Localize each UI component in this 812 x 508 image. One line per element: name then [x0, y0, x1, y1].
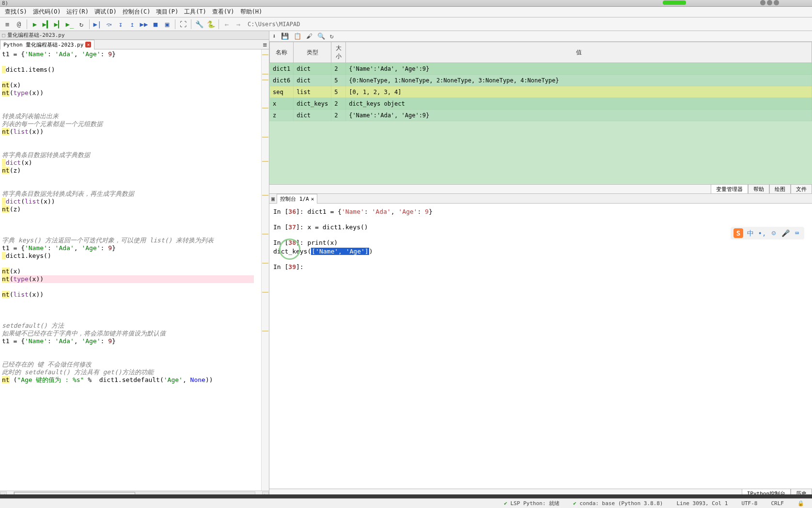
ime-voice-icon[interactable]: 🎤: [781, 229, 790, 238]
status-encoding[interactable]: UTF-8: [738, 500, 760, 507]
var-row[interactable]: xdict_keys2dict_keys object: [270, 98, 812, 110]
close-console-icon[interactable]: ✕: [311, 196, 314, 202]
tab-plots[interactable]: 绘图: [769, 184, 791, 193]
tab-help[interactable]: 帮助: [748, 184, 769, 193]
status-lock-icon[interactable]: 🔒: [795, 500, 807, 507]
separator: [191, 19, 191, 29]
status-conda[interactable]: ✔ conda: base (Python 3.8.8): [570, 500, 666, 507]
menu-debug[interactable]: 调试(D): [92, 7, 120, 17]
var-size: 2: [331, 98, 346, 110]
outline-icon[interactable]: ≡: [2, 19, 13, 30]
search-var-icon[interactable]: 🔍: [317, 32, 325, 40]
status-cursor: Line 3093, Col 1: [673, 500, 731, 507]
console-line-38: In [38]: print(x): [273, 238, 808, 247]
minimize-icon[interactable]: [760, 0, 765, 5]
separator: [219, 19, 219, 29]
ipython-console[interactable]: In [36]: dict1 = {'Name': 'Ada', 'Age': …: [269, 204, 812, 489]
right-pane: ⬇ 💾 📋 🖌 🔍 ↻ 名称 类型 大小 值 dict1dict2{'Name'…: [269, 31, 812, 498]
menu-help[interactable]: 帮助(H): [237, 7, 265, 17]
minimap[interactable]: [261, 49, 269, 491]
status-lsp[interactable]: ✔ LSP Python: 就绪: [501, 500, 562, 507]
debug-run-icon[interactable]: ▶|: [92, 19, 103, 30]
save-as-icon[interactable]: 📋: [294, 32, 301, 40]
var-header-value[interactable]: 值: [346, 42, 812, 63]
var-row[interactable]: seqlist5[0, 1, 2, 3, 4]: [270, 86, 812, 98]
run-icon[interactable]: ▶: [30, 19, 40, 30]
ime-lang-icon[interactable]: 中: [746, 229, 755, 238]
window-controls[interactable]: [760, 0, 779, 5]
step-into-icon[interactable]: ↧: [115, 19, 126, 30]
var-value: {'Name':'Ada', 'Age':9}: [346, 110, 812, 121]
status-bar: ✔ LSP Python: 就绪 ✔ conda: base (Python 3…: [0, 498, 812, 508]
editor-tab-active[interactable]: Python 量化编程基础-2023.py ✕: [0, 40, 94, 49]
menu-find[interactable]: 查找(S): [2, 7, 30, 17]
menu-run[interactable]: 运行(R): [63, 7, 92, 17]
menu-project[interactable]: 项目(P): [153, 7, 181, 17]
var-value: dict_keys object: [346, 98, 812, 110]
remove-icon[interactable]: 🖌: [306, 32, 312, 40]
run-cell-advance-icon[interactable]: ▶▎: [53, 19, 63, 30]
var-name: seq: [270, 86, 294, 98]
tab-variable-explorer[interactable]: 变量管理器: [711, 184, 748, 193]
close-tab-icon[interactable]: ✕: [85, 42, 91, 48]
console-output-38: dict_keys(['Name', 'Age']): [273, 247, 808, 256]
menu-source[interactable]: 源代码(O): [30, 7, 64, 17]
separator: [27, 19, 27, 29]
console-home-icon[interactable]: ▣: [271, 195, 275, 202]
run-selection-icon[interactable]: ▶̲: [64, 19, 75, 30]
var-header-name[interactable]: 名称: [270, 42, 294, 63]
preferences-icon[interactable]: 🔧: [194, 19, 204, 30]
step-over-icon[interactable]: ⤼: [104, 19, 114, 30]
run-cell-icon[interactable]: ▶▍: [41, 19, 52, 30]
console-tab-label: 控制台 1/A: [280, 195, 309, 203]
tab-files[interactable]: 文件: [791, 184, 812, 193]
nav-forward-icon[interactable]: →: [233, 19, 244, 30]
working-dir[interactable]: C:\Users\MIAPAD: [245, 21, 810, 28]
file-path: 量化编程基础-2023.py: [7, 32, 65, 39]
debug-file-icon[interactable]: ▣: [162, 19, 172, 30]
menu-console[interactable]: 控制台(C): [120, 7, 154, 17]
taskbar: [0, 494, 812, 498]
step-out-icon[interactable]: ↥: [127, 19, 138, 30]
file-path-bar: □ 量化编程基础-2023.py: [0, 31, 269, 40]
maximize-pane-icon[interactable]: ⛶: [178, 19, 188, 30]
status-eol[interactable]: CRLF: [768, 500, 787, 507]
close-icon[interactable]: [774, 0, 779, 5]
editor-options-icon[interactable]: ≡: [263, 41, 267, 48]
variable-explorer[interactable]: 名称 类型 大小 值 dict1dict2{'Name':'Ada', 'Age…: [269, 42, 812, 184]
import-data-icon[interactable]: ⬇: [272, 32, 276, 40]
title-text: 8): [2, 0, 8, 6]
var-row[interactable]: dict6dict5{0:NoneType, 1:NoneType, 2:Non…: [270, 75, 812, 86]
var-header-size[interactable]: 大小: [331, 42, 346, 63]
ime-punct-icon[interactable]: •,: [758, 229, 766, 238]
var-header-type[interactable]: 类型: [294, 42, 331, 63]
progress-pill: [663, 0, 686, 5]
var-header-row: 名称 类型 大小 值: [270, 42, 812, 63]
code-editor[interactable]: t1 = {'Name': 'Ada', 'Age': 9} dict1.ite…: [0, 49, 269, 491]
continue-icon[interactable]: ▶▶: [139, 19, 149, 30]
nav-back-icon[interactable]: ←: [221, 19, 232, 30]
at-icon[interactable]: @: [14, 19, 24, 30]
console-line-36: In [36]: dict1 = {'Name': 'Ada', 'Age': …: [273, 207, 808, 216]
sogou-logo-icon[interactable]: S: [734, 228, 743, 238]
ime-emoji-icon[interactable]: ☺: [769, 229, 778, 238]
menu-view[interactable]: 查看(V): [209, 7, 237, 17]
stop-debug-icon[interactable]: ■: [150, 19, 161, 30]
var-row[interactable]: dict1dict2{'Name':'Ada', 'Age':9}: [270, 63, 812, 75]
right-pane-tabs: 变量管理器 帮助 绘图 文件: [269, 184, 812, 194]
console-line-39[interactable]: In [39]:: [273, 263, 808, 271]
refresh-var-icon[interactable]: ↻: [330, 32, 334, 40]
ime-toolbar[interactable]: S 中 •, ☺ 🎤 ⌨: [731, 227, 804, 239]
rerun-icon[interactable]: ↻: [76, 19, 87, 30]
console-tab-active[interactable]: 控制台 1/A ✕: [277, 194, 317, 204]
var-row[interactable]: zdict2{'Name':'Ada', 'Age':9}: [270, 110, 812, 121]
var-name: x: [270, 98, 294, 110]
menu-tools[interactable]: 工具(T): [181, 7, 209, 17]
var-name: dict6: [270, 75, 294, 86]
var-size: 2: [331, 110, 346, 121]
variable-toolbar: ⬇ 💾 📋 🖌 🔍 ↻: [269, 31, 812, 42]
maximize-icon[interactable]: [767, 0, 772, 5]
ime-keyboard-icon[interactable]: ⌨: [793, 229, 801, 238]
save-data-icon[interactable]: 💾: [281, 32, 289, 40]
python-path-icon[interactable]: 🐍: [205, 19, 216, 30]
